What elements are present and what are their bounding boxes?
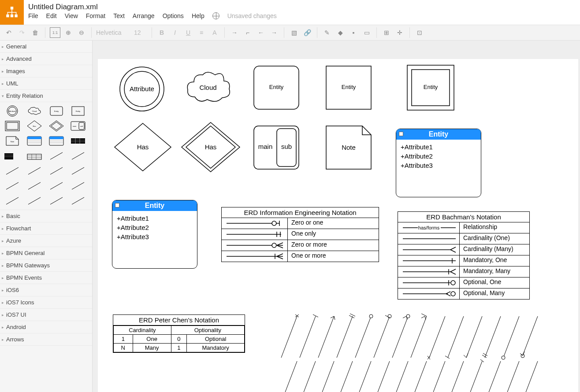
shape-line-5[interactable] bbox=[48, 165, 65, 177]
shape-line-1[interactable] bbox=[48, 150, 65, 162]
canvas-has-double-diamond[interactable]: Has bbox=[180, 121, 242, 174]
palette-general[interactable]: General bbox=[0, 41, 92, 53]
palette-flowchart[interactable]: Flowchart bbox=[0, 222, 92, 235]
palette-advanced[interactable]: Advanced bbox=[0, 53, 92, 65]
shape-line-6[interactable] bbox=[69, 165, 87, 177]
zoom-in-button[interactable]: ⊕ bbox=[63, 27, 74, 38]
font-color-button[interactable]: A bbox=[209, 27, 220, 38]
palette-ios7-ui[interactable]: iOS7 UI bbox=[0, 309, 92, 321]
font-select[interactable]: Helvetica bbox=[96, 29, 131, 36]
canvas-main-sub[interactable]: mainsub bbox=[252, 124, 301, 171]
svg-rect-3 bbox=[15, 15, 17, 17]
shape-entity-rounded[interactable]: Entity bbox=[48, 105, 65, 117]
shape-line-13[interactable] bbox=[48, 195, 65, 207]
shape-line-2[interactable] bbox=[69, 150, 87, 162]
shape-entity-double[interactable] bbox=[4, 120, 21, 132]
shape-main-sub[interactable]: mainsub bbox=[69, 120, 87, 132]
arrow-start-button[interactable]: ← bbox=[256, 27, 266, 38]
canvas-entity-double[interactable]: Entity bbox=[406, 64, 455, 111]
guides-button[interactable]: ✛ bbox=[394, 27, 405, 38]
canvas-note[interactable]: Note bbox=[324, 124, 373, 171]
canvas-connector-samples[interactable] bbox=[279, 314, 569, 362]
shape-line-8[interactable] bbox=[26, 180, 43, 192]
palette-ios7-icons[interactable]: iOS7 Icons bbox=[0, 296, 92, 309]
palette-arrows[interactable]: Arrows bbox=[0, 333, 92, 346]
fit-button[interactable]: 1:1 bbox=[50, 27, 60, 38]
menu-help[interactable]: Help bbox=[192, 12, 204, 19]
shape-line-4[interactable] bbox=[26, 165, 43, 177]
canvas-has-diamond[interactable]: Has bbox=[112, 121, 174, 174]
canvas-ie-notation[interactable]: ERD Information Engineering Notation Zer… bbox=[221, 207, 379, 262]
layout-button[interactable]: ⊡ bbox=[414, 27, 425, 38]
canvas-entity-table-2[interactable]: -Entity +Attribute1 +Attribute2 +Attribu… bbox=[112, 200, 197, 269]
palette-images[interactable]: Images bbox=[0, 65, 92, 78]
menu-edit[interactable]: Edit bbox=[46, 12, 57, 19]
image-button[interactable]: ▧ bbox=[289, 27, 299, 38]
palette-bpmn-general[interactable]: BPMN General bbox=[0, 247, 92, 259]
menu-options[interactable]: Options bbox=[163, 12, 184, 19]
shape-line-10[interactable] bbox=[69, 180, 87, 192]
canvas-area[interactable]: Attribute Cloud Entity Entity Entity Has… bbox=[93, 41, 580, 392]
shape-cloud[interactable]: Cloud bbox=[26, 105, 43, 117]
font-size[interactable]: 12 bbox=[134, 29, 147, 36]
container-button[interactable]: ▭ bbox=[361, 27, 372, 38]
canvas-entity-rect[interactable]: Entity bbox=[324, 64, 373, 111]
shape-note[interactable]: Note bbox=[4, 135, 21, 147]
shape-line-7[interactable] bbox=[4, 180, 21, 192]
palette-entity-relation[interactable]: Entity Relation bbox=[0, 90, 92, 102]
underline-button[interactable]: U bbox=[183, 27, 193, 38]
align-button[interactable]: ≡ bbox=[196, 27, 207, 38]
shape-entity-table1[interactable] bbox=[26, 135, 43, 147]
menu-format[interactable]: Format bbox=[86, 12, 105, 19]
shape-has-diamond[interactable]: Has bbox=[26, 120, 43, 132]
menu-view[interactable]: View bbox=[65, 12, 78, 19]
canvas-cloud[interactable]: Cloud bbox=[182, 66, 234, 110]
language-icon[interactable] bbox=[212, 12, 219, 19]
shape-entity-rect[interactable]: Entity bbox=[69, 105, 87, 117]
delete-button[interactable]: 🗑 bbox=[30, 27, 41, 38]
palette-ios6[interactable]: iOS6 bbox=[0, 284, 92, 296]
svg-line-112 bbox=[318, 316, 334, 358]
shape-entity-table2[interactable] bbox=[48, 135, 65, 147]
shadow-button[interactable]: ▪ bbox=[348, 27, 359, 38]
palette-bpmn-events[interactable]: BPMN Events bbox=[0, 272, 92, 284]
waypoint-button[interactable]: ⌐ bbox=[242, 27, 253, 38]
menu-text[interactable]: Text bbox=[113, 12, 125, 19]
shape-line-3[interactable] bbox=[4, 165, 21, 177]
palette-azure[interactable]: Azure bbox=[0, 235, 92, 247]
grid-button[interactable]: ⊞ bbox=[381, 27, 392, 38]
shape-line-14[interactable] bbox=[69, 195, 87, 207]
shape-line-11[interactable] bbox=[4, 195, 21, 207]
canvas-entity-rounded[interactable]: Entity bbox=[252, 64, 301, 111]
document-title[interactable]: Untitled Diagram.xml bbox=[28, 2, 576, 11]
canvas-bachman-notation[interactable]: ERD Bachman's Notation has/formsRelation… bbox=[398, 211, 530, 300]
italic-button[interactable]: I bbox=[170, 27, 180, 38]
line-color-button[interactable]: ✎ bbox=[322, 27, 332, 38]
zoom-out-button[interactable]: ⊖ bbox=[76, 27, 87, 38]
shape-line-12[interactable] bbox=[26, 195, 43, 207]
palette-uml[interactable]: UML bbox=[0, 78, 92, 90]
menu-file[interactable]: File bbox=[28, 12, 38, 19]
fill-color-button[interactable]: ◆ bbox=[335, 27, 346, 38]
redo-button[interactable]: ↷ bbox=[17, 27, 27, 38]
shape-attribute[interactable]: Attribute bbox=[4, 105, 21, 117]
palette-android[interactable]: Android bbox=[0, 321, 92, 333]
shape-has-double-diamond[interactable] bbox=[48, 120, 65, 132]
menu-arrange[interactable]: Arrange bbox=[133, 12, 155, 19]
undo-button[interactable]: ↶ bbox=[4, 27, 14, 38]
canvas-entity-table-1[interactable]: -Entity +Attribute1 +Attribute2 +Attribu… bbox=[396, 129, 481, 197]
link-button[interactable]: 🔗 bbox=[302, 27, 312, 38]
canvas-chen-notation[interactable]: ERD Peter Chen's Notation CardinalityOpt… bbox=[113, 314, 245, 353]
canvas-connector-samples-2[interactable] bbox=[279, 359, 569, 392]
shape-table-light[interactable] bbox=[26, 150, 43, 162]
shape-table-dark[interactable] bbox=[69, 135, 87, 147]
palette-basic[interactable]: Basic bbox=[0, 210, 92, 222]
bold-button[interactable]: B bbox=[156, 27, 167, 38]
bachman-row: Mandatory, One bbox=[460, 255, 529, 266]
canvas-attribute[interactable]: Attribute bbox=[115, 63, 168, 115]
shape-table-dark2[interactable] bbox=[4, 150, 21, 162]
connection-button[interactable]: → bbox=[229, 27, 240, 38]
shape-line-9[interactable] bbox=[48, 180, 65, 192]
palette-bpmn-gateways[interactable]: BPMN Gateways bbox=[0, 259, 92, 272]
arrow-end-button[interactable]: → bbox=[269, 27, 279, 38]
